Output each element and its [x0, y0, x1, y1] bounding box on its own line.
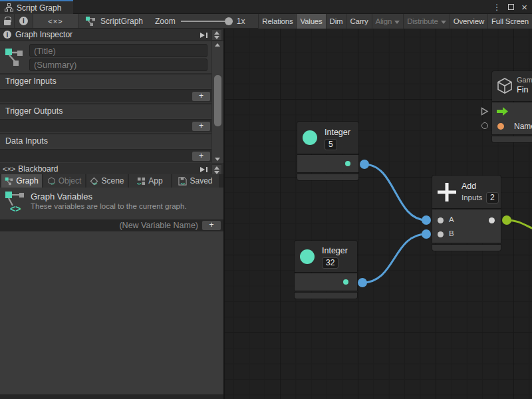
graph-variables-block: <> Graph Variables These variables are l…	[0, 188, 223, 219]
scroll-up-icon[interactable]	[215, 43, 220, 47]
overview-button[interactable]: Overview	[450, 14, 487, 29]
graph-canvas[interactable]: Integer 5 Integer 32	[223, 29, 532, 399]
node-body	[295, 273, 357, 291]
input-port-b[interactable]	[438, 231, 444, 237]
node-header: Add Inputs 2	[432, 176, 501, 208]
info-icon: i	[3, 31, 11, 39]
node-title: Integer	[322, 246, 348, 255]
info-icon: i	[19, 17, 28, 25]
tab-scene[interactable]: <> Scene	[86, 174, 128, 188]
port-a-label: A	[449, 215, 454, 223]
fullscreen-button[interactable]: Full Screen	[487, 14, 532, 29]
tab-object[interactable]: <> Object	[43, 174, 85, 188]
name-port-label: Name	[514, 122, 532, 131]
node-add[interactable]: Add Inputs 2 A B	[432, 176, 501, 251]
graph-toolbar: i <×> ScriptGraph Zoom 1x Relations Valu…	[0, 14, 532, 29]
flow-port-marker[interactable]	[481, 107, 489, 116]
graph-inspector-panel: i Graph Inspector Trigger Inputs + Trigg…	[0, 29, 223, 399]
wire-endpoint	[422, 229, 431, 239]
name-input-port[interactable]	[497, 123, 504, 130]
output-port[interactable]	[343, 279, 348, 285]
align-label: Align	[376, 17, 392, 25]
integer-value-field[interactable]: 32	[322, 257, 338, 269]
zoom-slider[interactable]	[181, 14, 234, 29]
scroll-down-icon[interactable]	[215, 158, 220, 161]
trigger-outputs-list: +	[0, 119, 211, 132]
node-partial[interactable]: Gam Fin Name	[492, 71, 532, 142]
trigger-inputs-label: Trigger Inputs	[0, 73, 211, 88]
new-variable-input[interactable]	[1, 219, 201, 231]
align-button[interactable]: Align	[372, 14, 404, 29]
wire-endpoint	[360, 160, 369, 169]
distribute-button[interactable]: Distribute	[403, 14, 450, 29]
lock-button[interactable]	[0, 14, 15, 28]
window-menu-icon[interactable]: ⋮	[493, 3, 501, 12]
tab-label: Object	[59, 176, 82, 186]
tab-graph[interactable]: Graph	[1, 174, 42, 188]
input-port-a[interactable]	[438, 217, 444, 223]
inputs-value-field[interactable]: 2	[486, 192, 499, 203]
add-trigger-input-button[interactable]: +	[192, 92, 210, 101]
inspector-scrollbar[interactable]	[211, 41, 223, 163]
flow-arrow-icon	[497, 107, 508, 116]
wire-integer32-to-b	[362, 234, 426, 283]
wire-endpoint	[502, 215, 511, 225]
visual-scripting-button[interactable]: <×>	[33, 14, 78, 28]
dock-icon[interactable]	[199, 165, 209, 174]
object-tab-icon: <>	[47, 177, 56, 186]
graph-inspector-title: Graph Inspector	[15, 30, 72, 39]
zoom-value: 1x	[237, 17, 245, 26]
dock-icon[interactable]	[199, 31, 209, 39]
info-button[interactable]: i	[15, 14, 33, 28]
node-title: Integer	[325, 128, 350, 137]
script-graph-tab-icon	[5, 3, 13, 12]
node-integer-5[interactable]: Integer 5	[297, 122, 358, 180]
integer-value-field[interactable]: 5	[325, 139, 337, 150]
add-variable-button[interactable]: +	[202, 221, 221, 230]
node-body: Name	[492, 102, 532, 134]
saved-tab-icon: <>	[178, 177, 187, 186]
graph-variables-description: These variables are local to the current…	[31, 202, 187, 210]
node-body: A B	[432, 209, 501, 243]
blackboard-empty-area	[0, 231, 223, 394]
tab-script-graph[interactable]: Script Graph	[0, 0, 73, 14]
node-title: Add	[462, 182, 476, 191]
window-close-icon[interactable]: ×	[521, 2, 527, 12]
new-variable-row: +	[0, 219, 223, 231]
zoom-slider-handle[interactable]	[225, 17, 233, 25]
output-port[interactable]	[345, 161, 350, 166]
node-integer-32[interactable]: Integer 32	[295, 241, 357, 299]
dim-button[interactable]: Dim	[326, 14, 346, 29]
svg-text:<>: <>	[50, 182, 55, 186]
graph-icon	[85, 16, 96, 27]
summary-input[interactable]	[29, 59, 207, 71]
title-input[interactable]	[29, 44, 207, 57]
add-data-input-button[interactable]: +	[192, 152, 210, 161]
wire-endpoint	[358, 278, 367, 287]
tab-label: Scene	[101, 176, 124, 186]
relations-button[interactable]: Relations	[258, 14, 296, 29]
graph-inspector-header: i Graph Inspector	[0, 29, 223, 41]
values-button[interactable]: Values	[296, 14, 325, 29]
script-graph-window: Script Graph ⋮ × i <×> ScriptGraph Zoom …	[0, 0, 532, 399]
tab-saved[interactable]: <> Saved	[172, 174, 219, 188]
integer-type-icon	[303, 130, 317, 145]
scrollbar-thumb[interactable]	[214, 75, 221, 126]
header-scroll-arrows[interactable]	[211, 29, 222, 41]
add-trigger-output-button[interactable]: +	[192, 122, 210, 131]
output-port[interactable]	[489, 217, 495, 223]
inputs-label: Inputs	[462, 194, 482, 201]
wire-endpoint	[422, 215, 431, 225]
trigger-inputs-list: +	[0, 89, 211, 102]
graph-name-chip[interactable]: ScriptGraph	[78, 14, 150, 28]
lock-icon	[4, 20, 11, 25]
blackboard-icon: <×>	[3, 165, 15, 173]
tab-app[interactable]: <> App	[129, 174, 171, 188]
blackboard-title: Blackboard	[18, 164, 58, 174]
window-maximize-icon[interactable]	[508, 4, 514, 10]
svg-text:<>: <>	[137, 182, 142, 186]
value-port-marker[interactable]	[481, 122, 488, 129]
node-body	[297, 155, 358, 172]
carry-button[interactable]: Carry	[346, 14, 371, 29]
svg-text:<>: <>	[93, 182, 98, 186]
